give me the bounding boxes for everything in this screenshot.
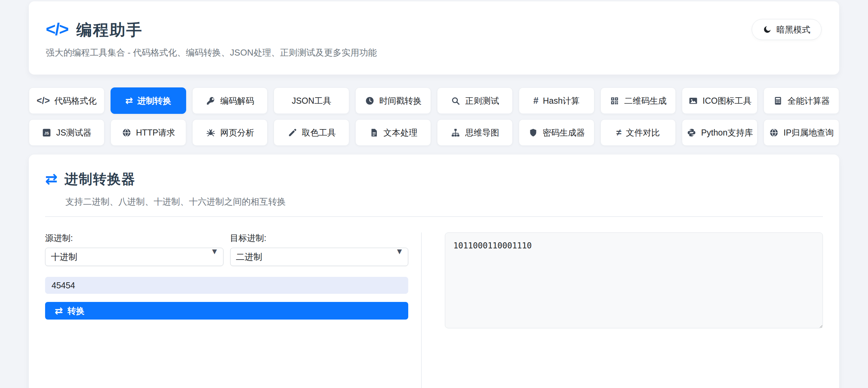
- target-base-field: 目标进制: 二进制 ▼: [230, 232, 409, 266]
- svg-text:JS: JS: [44, 131, 49, 135]
- sitemap-icon: [451, 127, 461, 138]
- tab-label: Python支持库: [701, 127, 753, 138]
- tab-label: 代码格式化: [54, 95, 97, 106]
- tab-color-picker[interactable]: 取色工具: [274, 119, 349, 146]
- tab-label: 编码解码: [220, 95, 254, 106]
- globe-icon: [121, 127, 132, 138]
- tab-text-processing[interactable]: 文本处理: [355, 119, 431, 146]
- tab-label: 全能计算器: [788, 95, 830, 106]
- qrcode-icon: [610, 96, 620, 106]
- page: </> 编程助手 强大的编程工具集合 - 代码格式化、编码转换、JSON处理、正…: [0, 0, 868, 388]
- panel-title-row: ⇄ 进制转换器: [45, 170, 823, 188]
- target-base-label: 目标进制:: [230, 232, 409, 244]
- app-subtitle: 强大的编程工具集合 - 代码格式化、编码转换、JSON处理、正则测试及更多实用功…: [46, 47, 822, 58]
- hash-icon: #: [533, 96, 538, 106]
- tab-mindmap[interactable]: 思维导图: [437, 119, 513, 146]
- tab-password-generator[interactable]: 密码生成器: [519, 119, 594, 146]
- tab-label: ICO图标工具: [703, 95, 751, 106]
- tab-label: 文件对比: [626, 127, 660, 138]
- tab-calculator[interactable]: 全能计算器: [764, 87, 839, 114]
- swap-icon: ⇄: [125, 96, 133, 106]
- code-logo-icon: </>: [46, 21, 68, 38]
- tab-label: 二维码生成: [624, 95, 667, 106]
- panel-title: 进制转换器: [64, 170, 136, 188]
- tab-python-library[interactable]: Python支持库: [682, 119, 757, 146]
- number-input[interactable]: [45, 277, 408, 294]
- python-icon: [687, 127, 697, 138]
- tab-regex-test[interactable]: 正则测试: [437, 87, 513, 114]
- key-icon: [205, 96, 216, 106]
- tab-label: 思维导图: [465, 127, 499, 138]
- tool-tabs: </> 代码格式化 ⇄ 进制转换 编码解码 JSON工具 时间戳转换: [29, 87, 839, 146]
- source-base-label: 源进制:: [45, 232, 223, 244]
- tab-file-diff[interactable]: ≠ 文件对比: [600, 119, 676, 146]
- tab-label: 时间戳转换: [379, 95, 422, 106]
- image-icon: [688, 96, 698, 106]
- tab-label: HTTP请求: [136, 127, 175, 138]
- tab-base-convert[interactable]: ⇄ 进制转换: [111, 87, 186, 114]
- tab-ico-tools[interactable]: ICO图标工具: [682, 87, 757, 114]
- tab-label: 文本处理: [383, 127, 417, 138]
- shield-icon: [528, 127, 538, 138]
- tab-label: IP归属地查询: [784, 127, 834, 138]
- tab-row-2: JS JS测试器 HTTP请求 网页分析 取色工具: [29, 119, 839, 146]
- tab-label: 正则测试: [465, 95, 499, 106]
- moon-icon: [763, 25, 772, 34]
- base-selects-row: 源进制: 十进制 ▼ 目标进制: 二进制: [45, 232, 408, 266]
- tab-label: 密码生成器: [542, 127, 585, 138]
- swap-icon: ⇄: [55, 306, 63, 316]
- target-base-select-wrap: 二进制 ▼: [230, 248, 409, 266]
- eyedropper-icon: [287, 127, 297, 138]
- panel-description: 支持二进制、八进制、十进制、十六进制之间的相互转换: [65, 197, 823, 207]
- swap-icon: ⇄: [45, 171, 58, 186]
- converter-form: 源进制: 十进制 ▼ 目标进制: 二进制: [45, 232, 408, 388]
- logo-row: </> 编程助手: [46, 20, 822, 39]
- tab-label: JSON工具: [292, 95, 331, 106]
- converter-output-column: [421, 232, 823, 388]
- tab-qrcode-generate[interactable]: 二维码生成: [600, 87, 676, 114]
- target-base-select[interactable]: 二进制: [230, 248, 409, 266]
- globe-icon: [769, 127, 779, 138]
- notequal-icon: ≠: [616, 127, 622, 138]
- source-base-field: 源进制: 十进制 ▼: [45, 232, 223, 266]
- header: </> 编程助手 强大的编程工具集合 - 代码格式化、编码转换、JSON处理、正…: [29, 1, 839, 75]
- tab-js-tester[interactable]: JS JS测试器: [29, 119, 104, 146]
- tab-label: 进制转换: [137, 95, 171, 106]
- tab-ip-lookup[interactable]: IP归属地查询: [764, 119, 839, 146]
- tab-hash-calc[interactable]: # Hash计算: [519, 87, 594, 114]
- search-icon: [451, 96, 461, 106]
- convert-button-label: 转换: [67, 305, 84, 316]
- tab-encode-decode[interactable]: 编码解码: [192, 87, 268, 114]
- js-icon: JS: [42, 127, 52, 138]
- tab-label: 网页分析: [220, 127, 254, 138]
- dark-mode-button[interactable]: 暗黑模式: [752, 19, 822, 40]
- convert-button[interactable]: ⇄ 转换: [45, 302, 408, 320]
- tab-row-1: </> 代码格式化 ⇄ 进制转换 编码解码 JSON工具 时间戳转换: [29, 87, 839, 114]
- divider: [45, 216, 823, 217]
- base-converter-panel: ⇄ 进制转换器 支持二进制、八进制、十进制、十六进制之间的相互转换 源进制: 十…: [29, 155, 839, 388]
- app-title: 编程助手: [76, 20, 143, 39]
- tab-webpage-analysis[interactable]: 网页分析: [192, 119, 268, 146]
- tab-code-format[interactable]: </> 代码格式化: [29, 87, 104, 114]
- calculator-icon: [773, 96, 783, 106]
- tab-label: JS测试器: [56, 127, 92, 138]
- tab-timestamp-convert[interactable]: 时间戳转换: [355, 87, 431, 114]
- source-base-select-wrap: 十进制 ▼: [45, 248, 223, 266]
- file-icon: [369, 127, 379, 138]
- spider-icon: [205, 127, 216, 138]
- dark-mode-label: 暗黑模式: [776, 24, 810, 35]
- tab-json-tools[interactable]: JSON工具: [274, 87, 349, 114]
- clock-icon: [365, 96, 375, 106]
- converter-body: 源进制: 十进制 ▼ 目标进制: 二进制: [45, 232, 823, 388]
- source-base-select[interactable]: 十进制: [45, 248, 223, 266]
- code-icon: </>: [37, 96, 50, 106]
- tab-label: Hash计算: [543, 95, 579, 106]
- tab-http-request[interactable]: HTTP请求: [111, 119, 186, 146]
- tab-label: 取色工具: [302, 127, 336, 138]
- conversion-output[interactable]: [445, 232, 823, 328]
